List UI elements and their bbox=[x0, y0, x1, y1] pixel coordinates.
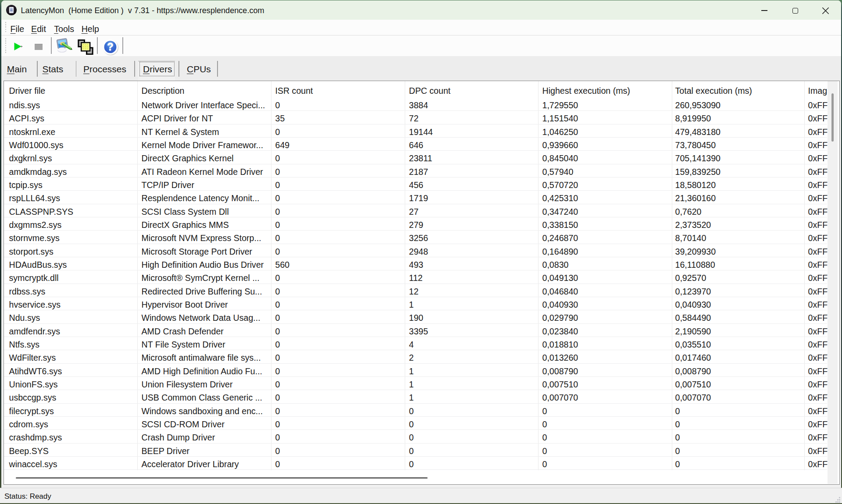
svg-text:?: ? bbox=[107, 41, 113, 53]
